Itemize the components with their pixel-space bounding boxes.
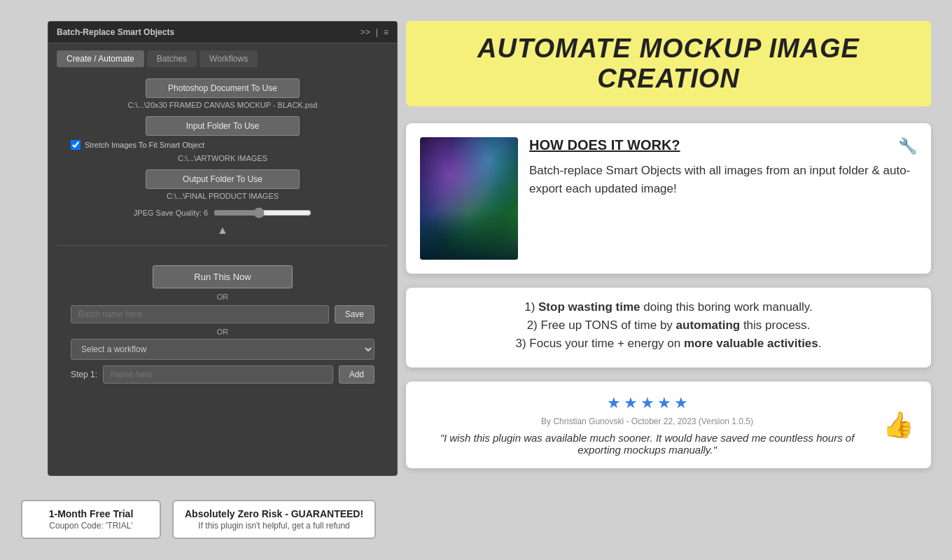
benefit-2-suffix: this process.	[740, 318, 810, 332]
stretch-checkbox-row: Stretch Images To Fit Smart Object	[57, 140, 388, 150]
review-author: By Christian Gunovski - October 22, 2023…	[423, 416, 872, 426]
step-label: Step 1:	[71, 370, 97, 379]
badge-trial: 1-Month Free Trial Coupon Code: 'TRIAL'	[21, 500, 161, 539]
benefit-line-2: 2) Free up TONS of time by automating th…	[423, 318, 914, 332]
star-1: ★	[607, 394, 621, 412]
stretch-checkbox[interactable]	[71, 140, 80, 150]
benefit-2-prefix: 2) Free up TONS of time by	[527, 318, 676, 332]
or-text-2: OR	[57, 328, 388, 336]
benefit-line-1: 1) Stop wasting time doing this boring w…	[423, 300, 914, 314]
badge-trial-sub: Coupon Code: 'TRIAL'	[34, 521, 148, 531]
workflow-select[interactable]: Select a workflow	[71, 339, 374, 360]
tab-workflows[interactable]: Workflows	[200, 50, 258, 67]
triangle-icon: ▲	[57, 224, 388, 237]
output-path: C:\...\FINAL PRODUCT IMAGES	[57, 192, 388, 200]
benefit-3-prefix: 3) Focus your time + energy on	[515, 337, 683, 350]
input-folder-button[interactable]: Input Folder To Use	[146, 116, 300, 136]
star-5: ★	[674, 394, 688, 412]
how-desc: Batch-replace Smart Objects with all ima…	[529, 162, 917, 197]
benefit-3-suffix: .	[818, 337, 822, 350]
right-content: AUTOMATE MOCKUP IMAGE CREATION 🔧 HOW DOE…	[406, 21, 931, 468]
menu-icon[interactable]: ≡	[384, 27, 388, 37]
how-it-works-card: 🔧 HOW DOES IT WORK? Batch-replace Smart …	[406, 123, 931, 274]
badge-guarantee-sub: If this plugin isn't helpful, get a full…	[185, 521, 363, 531]
review-content: ★ ★ ★ ★ ★ By Christian Gunovski - Octobe…	[423, 394, 872, 456]
output-folder-button[interactable]: Output Folder To Use	[146, 169, 300, 189]
stretch-label: Stretch Images To Fit Smart Object	[85, 141, 204, 149]
panel-title-icons: >> | ≡	[360, 27, 388, 37]
stars-row: ★ ★ ★ ★ ★	[423, 394, 872, 412]
input-path: C:\...\ARTWORK IMAGES	[57, 154, 388, 162]
batch-name-input[interactable]	[71, 305, 329, 323]
or-text-1: OR	[57, 293, 388, 301]
badge-trial-title: 1-Month Free Trial	[34, 508, 148, 519]
wrench-icon: 🔧	[898, 137, 917, 155]
save-button[interactable]: Save	[335, 305, 374, 323]
benefit-1-suffix: doing this boring work manually.	[640, 300, 813, 314]
run-button[interactable]: Run This Now	[153, 265, 293, 288]
benefit-line-3: 3) Focus your time + energy on more valu…	[423, 337, 914, 351]
jpeg-slider[interactable]	[214, 207, 312, 218]
panel-title: Batch-Replace Smart Objects	[57, 27, 174, 37]
panel-titlebar: Batch-Replace Smart Objects >> | ≡	[48, 22, 397, 43]
jpeg-quality-row: JPEG Save Quality: 6	[57, 207, 388, 218]
how-title: HOW DOES IT WORK?	[529, 137, 917, 153]
step-input[interactable]	[103, 365, 333, 384]
psd-path: C:\...\20x30 FRAMED CANVAS MOCKUP - BLAC…	[57, 101, 388, 109]
star-2: ★	[624, 394, 638, 412]
expand-icon[interactable]: >>	[360, 27, 370, 37]
card-text-area: 🔧 HOW DOES IT WORK? Batch-replace Smart …	[529, 137, 917, 197]
badge-guarantee-title: Absolutely Zero Risk - GUARANTEED!	[185, 508, 363, 519]
hero-title: AUTOMATE MOCKUP IMAGE CREATION	[477, 34, 860, 93]
benefit-1-bold: Stop wasting time	[538, 300, 640, 314]
badge-guarantee: Absolutely Zero Risk - GUARANTEED! If th…	[172, 500, 376, 539]
benefit-2-bold: automating	[676, 318, 741, 332]
benefits-card: 1) Stop wasting time doing this boring w…	[406, 288, 931, 368]
thumbs-up-icon: 👍	[883, 410, 914, 440]
divider: |	[376, 27, 378, 37]
batch-row: Save	[57, 305, 388, 323]
star-4: ★	[657, 394, 671, 412]
review-text: "I wish this plugin was available much s…	[423, 432, 872, 456]
mockup-image	[420, 137, 518, 260]
add-button[interactable]: Add	[339, 365, 374, 384]
divider	[57, 245, 388, 246]
step-row: Step 1: Add	[71, 365, 374, 384]
card-header-row: 🔧 HOW DOES IT WORK?	[529, 137, 917, 153]
hero-title-box: AUTOMATE MOCKUP IMAGE CREATION	[406, 21, 931, 106]
psd-button[interactable]: Photoshop Document To Use	[146, 78, 300, 98]
tab-create-automate[interactable]: Create / Automate	[57, 50, 144, 67]
bottom-badges: 1-Month Free Trial Coupon Code: 'TRIAL' …	[21, 500, 376, 539]
review-card: ★ ★ ★ ★ ★ By Christian Gunovski - Octobe…	[406, 382, 931, 468]
plugin-panel: Batch-Replace Smart Objects >> | ≡ Creat…	[48, 21, 398, 476]
tab-batches[interactable]: Batches	[147, 50, 197, 67]
benefit-3-bold: more valuable activities	[684, 337, 818, 350]
star-3: ★	[640, 394, 654, 412]
run-section: Run This Now OR Save OR Select a workflo…	[48, 265, 397, 384]
benefit-1-prefix: 1)	[524, 300, 538, 314]
panel-tabs: Create / Automate Batches Workflows	[48, 43, 397, 67]
jpeg-label: JPEG Save Quality: 6	[134, 209, 208, 217]
panel-content: Photoshop Document To Use C:\...\20x30 F…	[48, 67, 397, 265]
